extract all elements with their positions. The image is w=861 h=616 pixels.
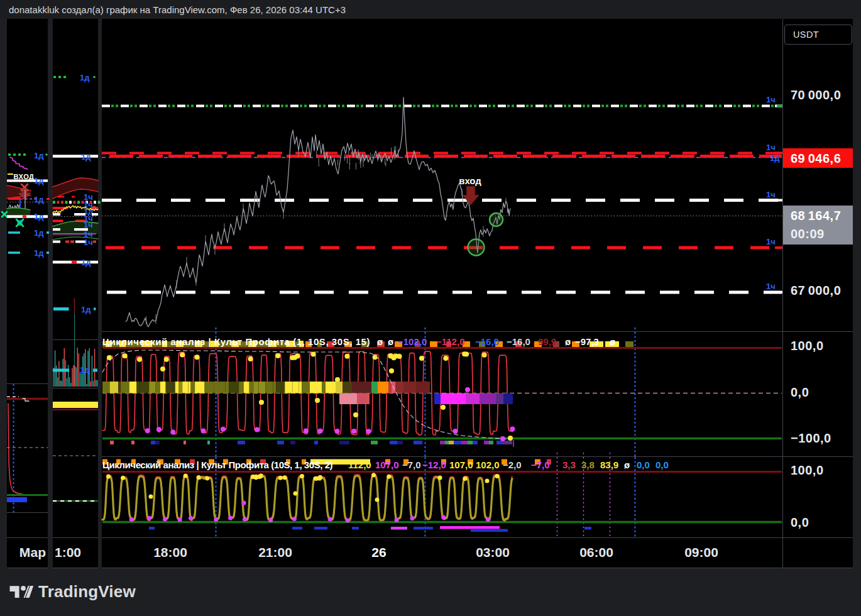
- svg-text:3,8: 3,8: [581, 459, 595, 470]
- svg-text:−102,0: −102,0: [398, 336, 427, 347]
- svg-text:1д: 1д: [34, 151, 44, 160]
- svg-text:1ч: 1ч: [84, 220, 93, 229]
- svg-text:68 164,7: 68 164,7: [791, 209, 841, 223]
- svg-text:Мар: Мар: [19, 545, 46, 559]
- svg-text:1д: 1д: [34, 228, 44, 238]
- svg-text:107,0: 107,0: [375, 459, 399, 470]
- svg-text:−16,0: −16,0: [475, 336, 499, 347]
- svg-text:ø: ø: [565, 336, 571, 347]
- svg-text:0,0: 0,0: [791, 515, 809, 529]
- svg-text:00:09: 00:09: [791, 227, 825, 241]
- svg-text:1д: 1д: [34, 195, 44, 204]
- svg-text:Циклический анализ | Культ Про: Циклический анализ | Культ Профита (1, 1…: [102, 336, 370, 347]
- svg-text:ø: ø: [377, 336, 383, 347]
- svg-text:26: 26: [371, 545, 386, 559]
- svg-text:0,0: 0,0: [637, 459, 650, 470]
- svg-text:ВХОД: ВХОД: [14, 173, 35, 180]
- svg-text:1д: 1д: [81, 152, 91, 162]
- svg-text:−97,3: −97,3: [575, 336, 599, 347]
- svg-text:1д: 1д: [80, 73, 90, 82]
- svg-text:1д: 1д: [81, 305, 91, 314]
- svg-text:1д: 1д: [81, 258, 91, 267]
- svg-text:−100,0: −100,0: [791, 431, 831, 445]
- svg-text:−12,0: −12,0: [422, 459, 446, 470]
- svg-text:100,0: 100,0: [791, 463, 824, 477]
- svg-text:1д: 1д: [34, 248, 44, 258]
- svg-text:06:00: 06:00: [579, 545, 613, 559]
- svg-text:100,0: 100,0: [791, 339, 824, 353]
- svg-text:вход: вход: [459, 175, 481, 186]
- svg-text:18:00: 18:00: [153, 545, 187, 559]
- svg-text:70 000,0: 70 000,0: [791, 88, 841, 102]
- svg-text:1д: 1д: [34, 212, 44, 221]
- svg-text:3,3: 3,3: [562, 459, 576, 470]
- svg-text:09:00: 09:00: [684, 545, 718, 559]
- svg-text:0,0: 0,0: [655, 459, 669, 470]
- svg-text:−2,0: −2,0: [503, 459, 522, 470]
- svg-text:83,9: 83,9: [600, 459, 618, 470]
- svg-text:USDT: USDT: [793, 30, 819, 40]
- svg-text:Циклический анализ | Культ Про: Циклический анализ | Культ Профита (10S,…: [102, 459, 333, 470]
- svg-text:1:00: 1:00: [55, 545, 81, 559]
- svg-text:1ч: 1ч: [766, 143, 776, 152]
- svg-text:1д: 1д: [80, 365, 90, 375]
- svg-text:ø: ø: [610, 336, 616, 347]
- svg-text:−7,0: −7,0: [531, 459, 550, 470]
- svg-text:1ч: 1ч: [766, 282, 776, 291]
- svg-text:ø: ø: [388, 336, 394, 347]
- svg-text:1ч: 1ч: [766, 237, 776, 246]
- svg-text:0,0: 0,0: [791, 385, 809, 399]
- svg-text:−7,0: −7,0: [402, 459, 421, 470]
- svg-text:102,0: 102,0: [476, 459, 500, 470]
- svg-text:1ч: 1ч: [766, 95, 776, 104]
- svg-text:1ч: 1ч: [766, 190, 776, 199]
- svg-text:TradingView: TradingView: [38, 582, 136, 601]
- svg-text:112,0: 112,0: [348, 459, 371, 470]
- svg-text:−16,0: −16,0: [507, 336, 530, 347]
- svg-text:21:00: 21:00: [258, 545, 292, 559]
- svg-text:−112,0: −112,0: [436, 336, 464, 347]
- svg-text:67 000,0: 67 000,0: [791, 283, 841, 297]
- svg-text:107,0: 107,0: [449, 459, 473, 470]
- svg-text:99,9: 99,9: [538, 336, 556, 347]
- svg-text:69 046,6: 69 046,6: [791, 151, 841, 165]
- svg-text:1ч: 1ч: [84, 238, 93, 247]
- svg-text:donatakkluk создал(а) график н: donatakkluk создал(а) график на TradingV…: [9, 4, 346, 15]
- svg-text:ø: ø: [624, 459, 630, 470]
- svg-text:1д: 1д: [34, 176, 44, 185]
- svg-text:03:00: 03:00: [476, 545, 510, 559]
